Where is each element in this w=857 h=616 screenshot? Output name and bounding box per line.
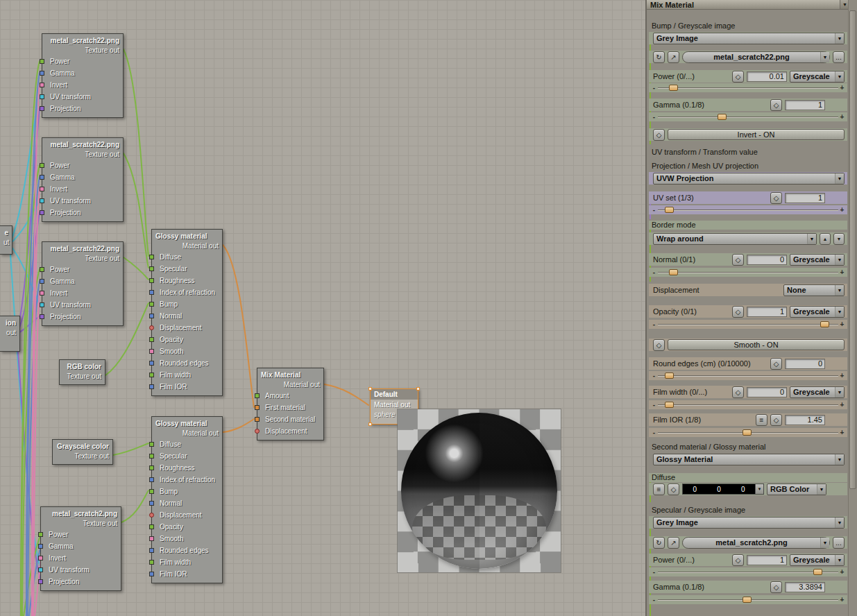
- node-metal-scratch22-3[interactable]: metal_scratch22.png Texture out Power Ga…: [42, 241, 124, 326]
- invert-toggle-button[interactable]: Invert - ON: [668, 129, 845, 140]
- input-pin-projection[interactable]: [40, 210, 44, 215]
- color-mode-dropdown[interactable]: RGB Color ▼: [767, 484, 826, 495]
- node-graph-canvas[interactable]: metal_scratch22.png Texture out Power Ga…: [0, 0, 645, 616]
- input-pin-invert[interactable]: [38, 556, 43, 561]
- input-pin-gamma[interactable]: [40, 71, 44, 76]
- rgb-color-field[interactable]: 0 0 0 ▼: [682, 484, 764, 495]
- round-edges-value-field[interactable]: 0: [785, 359, 825, 369]
- animate-toggle-icon[interactable]: ◇: [732, 554, 744, 566]
- animate-toggle-icon[interactable]: ◇: [770, 414, 782, 426]
- animate-toggle-icon[interactable]: ◇: [770, 192, 782, 204]
- round-edges-slider[interactable]: [658, 371, 838, 380]
- image-file-dropdown[interactable]: metal_scratch22.png ▼: [682, 51, 830, 63]
- displacement-dropdown[interactable]: None ▼: [783, 284, 845, 296]
- channel-dropdown[interactable]: Greyscale ▼: [790, 554, 845, 566]
- uv-set-slider[interactable]: [658, 205, 838, 214]
- slider-handle[interactable]: [665, 373, 674, 379]
- animate-toggle-icon[interactable]: ◇: [732, 71, 744, 83]
- selection-handle[interactable]: [416, 387, 420, 391]
- channel-dropdown[interactable]: Greyscale ▼: [790, 386, 845, 398]
- input-pin-index-of-refraction[interactable]: [149, 290, 154, 295]
- input-pin-invert[interactable]: [40, 291, 44, 296]
- slider-plus[interactable]: +: [840, 567, 845, 576]
- slider-minus[interactable]: -: [652, 268, 656, 277]
- list-options-icon[interactable]: ≡: [756, 414, 767, 426]
- slider-plus[interactable]: +: [840, 371, 845, 380]
- slider-handle[interactable]: [665, 402, 674, 408]
- node-metal-scratch22-1[interactable]: metal_scratch22.png Texture out Power Ga…: [42, 33, 124, 118]
- input-pin-power[interactable]: [40, 267, 44, 272]
- animate-toggle-icon[interactable]: ◇: [653, 339, 665, 351]
- input-pin-specular[interactable]: [149, 454, 154, 459]
- slider-minus[interactable]: -: [652, 112, 656, 121]
- input-pin-uv-transform[interactable]: [40, 198, 44, 203]
- slider-plus[interactable]: +: [840, 320, 845, 329]
- slider-minus[interactable]: -: [652, 567, 656, 576]
- animate-toggle-icon[interactable]: ◇: [770, 581, 782, 593]
- input-pin-index-of-refraction[interactable]: [149, 477, 154, 482]
- specular-power-slider[interactable]: [658, 567, 838, 576]
- input-pin-power[interactable]: [38, 532, 43, 537]
- input-pin-second-material[interactable]: [255, 417, 260, 422]
- slider-minus[interactable]: -: [652, 400, 656, 409]
- slider-minus[interactable]: -: [652, 371, 656, 380]
- slider-handle[interactable]: [743, 597, 752, 603]
- input-pin-uv-transform[interactable]: [38, 567, 43, 572]
- animate-toggle-icon[interactable]: ◇: [732, 254, 744, 266]
- selection-handle[interactable]: [368, 422, 372, 426]
- input-pin-diffuse[interactable]: [149, 442, 154, 447]
- input-pin-smooth[interactable]: [149, 536, 154, 541]
- selection-handle[interactable]: [368, 387, 372, 391]
- slider-plus[interactable]: +: [840, 400, 845, 409]
- image-file-dropdown[interactable]: metal_scratch2.png ▼: [682, 537, 830, 549]
- slider-handle[interactable]: [669, 85, 678, 91]
- node-rgb-color[interactable]: RGB color Texture out: [59, 359, 105, 385]
- input-pin-specular[interactable]: [149, 266, 154, 271]
- node-metal-scratch22-2[interactable]: metal_scratch22.png Texture out Power Ga…: [42, 137, 124, 222]
- projection-dropdown[interactable]: UVW Projection ▼: [653, 173, 845, 185]
- slider-handle[interactable]: [820, 321, 829, 327]
- film-ior-value-field[interactable]: 1.45: [785, 415, 825, 425]
- input-pin-opacity[interactable]: [149, 524, 154, 529]
- film-width-slider[interactable]: [658, 400, 838, 409]
- animate-toggle-icon[interactable]: ◇: [653, 129, 665, 141]
- input-pin-bump[interactable]: [149, 302, 154, 307]
- slider-handle[interactable]: [743, 429, 752, 436]
- slider-plus[interactable]: +: [840, 268, 845, 277]
- gamma-value-field[interactable]: 1: [785, 100, 825, 110]
- input-pin-normal[interactable]: [149, 314, 154, 318]
- image-type-dropdown[interactable]: Grey Image ▼: [653, 33, 845, 44]
- slider-plus[interactable]: +: [840, 428, 845, 437]
- open-image-button[interactable]: ↗: [668, 51, 679, 63]
- browse-more-button[interactable]: ...: [833, 537, 845, 549]
- input-pin-invert[interactable]: [40, 83, 44, 87]
- slider-minus[interactable]: -: [652, 428, 656, 437]
- input-pin-displacement[interactable]: [149, 513, 154, 517]
- animate-toggle-icon[interactable]: ◇: [770, 358, 782, 370]
- panel-scrollbar[interactable]: [848, 0, 857, 616]
- input-pin-first-material[interactable]: [255, 405, 260, 410]
- input-pin-rounded-edges[interactable]: [149, 548, 154, 553]
- input-pin-power[interactable]: [40, 59, 44, 64]
- smooth-toggle-button[interactable]: Smooth - ON: [668, 339, 845, 350]
- input-pin-bump[interactable]: [149, 489, 154, 494]
- slider-minus[interactable]: -: [652, 595, 656, 604]
- animate-toggle-icon[interactable]: ◇: [732, 306, 744, 318]
- slider-handle[interactable]: [813, 569, 822, 575]
- slider-handle[interactable]: [665, 207, 674, 213]
- move-down-button[interactable]: ▼: [833, 233, 845, 245]
- input-pin-displacement[interactable]: [255, 429, 260, 434]
- input-pin-gamma[interactable]: [40, 279, 44, 284]
- input-pin-rounded-edges[interactable]: [149, 361, 154, 366]
- slider-plus[interactable]: +: [840, 83, 845, 92]
- input-pin-displacement[interactable]: [149, 325, 154, 330]
- reload-image-button[interactable]: ↻: [653, 537, 665, 549]
- specular-gamma-slider[interactable]: [658, 595, 838, 604]
- browse-more-button[interactable]: ...: [833, 51, 845, 63]
- node-partial-left-bottom[interactable]: ion out: [0, 316, 20, 352]
- input-pin-amount[interactable]: [255, 393, 260, 398]
- image-type-dropdown[interactable]: Grey Image ▼: [653, 517, 845, 529]
- node-metal-scratch2[interactable]: metal_scratch2.png Texture out Power Gam…: [40, 506, 121, 591]
- input-pin-film-ior[interactable]: [149, 572, 154, 576]
- node-glossy-material-2[interactable]: Glossy material Material out Diffuse Spe…: [151, 416, 223, 583]
